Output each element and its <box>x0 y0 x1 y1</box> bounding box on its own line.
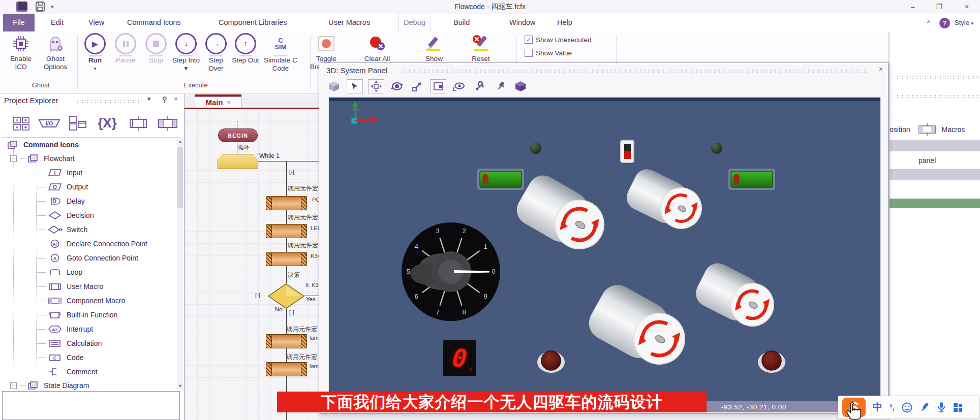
rotary-dial[interactable]: 0 1 2 3 4 5 6 7 8 9 <box>402 222 500 321</box>
table-row[interactable] <box>890 140 980 151</box>
flowchart-component-macro-node[interactable] <box>266 362 307 376</box>
led-sphere[interactable] <box>530 143 541 154</box>
panel-dropdown-icon[interactable]: ▾ <box>147 95 151 103</box>
tree-item-code[interactable]: C Code <box>37 350 83 365</box>
tree-item-delay[interactable]: D Delay <box>37 194 85 208</box>
tree-group-flowchart[interactable]: − Flowchart <box>10 151 75 166</box>
battery-component[interactable] <box>728 169 775 190</box>
tab-main[interactable]: Main × <box>195 96 241 108</box>
panel-drag-handle[interactable] <box>894 75 980 79</box>
ribbon-collapse-icon[interactable]: ^ <box>927 14 930 31</box>
flowchart-begin-node[interactable]: BEGIN <box>218 128 258 142</box>
punctuation-button[interactable]: °, <box>890 403 895 411</box>
close-button[interactable]: × <box>957 1 977 13</box>
tree-item-comment[interactable]: Comment <box>37 365 98 379</box>
help-icon[interactable]: ? <box>939 14 950 31</box>
tree-scrollbar[interactable]: ▲ ▼ <box>177 139 183 390</box>
move-mode-button[interactable] <box>368 79 384 93</box>
user-macro-tool-icon[interactable] <box>127 115 149 132</box>
orbit-rotate-button[interactable] <box>389 80 405 93</box>
collapse-marker[interactable]: [-] <box>289 169 294 175</box>
menu-component-libraries[interactable]: Component Libraries <box>213 14 292 31</box>
material-dropdown-button[interactable]: ▾ <box>512 80 528 93</box>
frame-select-button[interactable] <box>430 79 446 93</box>
table-row-highlight[interactable] <box>890 199 980 208</box>
battery-component[interactable] <box>477 169 524 190</box>
collapse-marker[interactable]: [-] <box>289 309 294 315</box>
collapse-marker[interactable]: [-] <box>255 292 260 298</box>
enable-icd-button[interactable]: Enable ICD <box>4 33 38 71</box>
tree-item-goto-connection-point[interactable]: A Goto Connection Point <box>37 251 138 265</box>
minimize-button[interactable]: – <box>903 1 923 13</box>
tree-item-component-macro[interactable]: Component Macro <box>37 294 125 308</box>
scroll-down-icon[interactable]: ▼ <box>177 383 183 390</box>
tree-item-built-in-function[interactable]: Built-in Function <box>37 308 117 322</box>
led-sphere[interactable] <box>711 143 722 154</box>
simulate-c-code-button[interactable]: C SIM Simulate C Code <box>261 33 300 73</box>
tools-dropdown-button[interactable]: ▾ <box>472 80 487 93</box>
voice-button[interactable] <box>937 402 946 413</box>
select-mode-button[interactable] <box>347 79 363 93</box>
flowchart-while-loop-node[interactable] <box>218 154 258 169</box>
panel-drag-handle[interactable] <box>76 100 143 104</box>
paint-dropdown-button[interactable]: ▾ <box>492 80 507 93</box>
style-dropdown[interactable]: Style ▾ <box>955 14 973 31</box>
scroll-up-icon[interactable]: ▲ <box>177 139 183 145</box>
table-row[interactable]: panel <box>890 153 980 168</box>
tree-item-user-macro[interactable]: User Macro <box>37 279 103 294</box>
system-panel-3d-window[interactable]: 3D: System Panel × <box>319 62 889 413</box>
tree-item-calculation[interactable]: Calculation <box>37 336 102 350</box>
tree-item-interrupt[interactable]: INT Interrupt <box>37 322 93 336</box>
flowchart-component-macro-node[interactable] <box>266 196 307 210</box>
handwriting-button[interactable] <box>920 402 930 412</box>
visibility-button[interactable] <box>451 80 467 93</box>
menu-build[interactable]: Build <box>448 14 475 31</box>
flowchart-component-macro-node[interactable] <box>266 334 307 348</box>
scale-button[interactable] <box>410 80 425 93</box>
scrollbar-thumb[interactable] <box>177 147 183 208</box>
seven-segment-display[interactable]: 0 <box>443 340 476 376</box>
collapse-expander-icon[interactable]: − <box>10 382 17 389</box>
wheel-knob[interactable] <box>758 351 785 373</box>
grid-add-icon[interactable] <box>12 116 30 131</box>
flowchart-decision-node[interactable] <box>268 283 304 309</box>
tree-item-loop[interactable]: Loop <box>37 265 82 279</box>
tree-item-declare-connection-point[interactable]: A: Declare Connection Point <box>37 237 147 251</box>
dc-motor[interactable] <box>623 165 709 236</box>
menu-user-macros[interactable]: User Macros <box>323 14 375 31</box>
component-macro-tool-icon[interactable] <box>157 115 179 132</box>
ghost-options-button[interactable]: Ghost Options <box>39 33 72 71</box>
menu-window[interactable]: Window <box>504 14 541 31</box>
tree-group-state-diagram[interactable]: − State Diagram <box>10 378 89 393</box>
step-into-button[interactable]: ↓ Step Into ▾ <box>171 33 201 73</box>
show-unexecuted-checkbox[interactable]: ✓ Show Unexecuted <box>525 36 592 44</box>
tree-item-output[interactable]: O Output <box>37 180 88 194</box>
io-icon[interactable]: I/O <box>38 116 61 131</box>
dc-motor[interactable] <box>691 259 782 335</box>
toolbox-button[interactable] <box>953 402 963 412</box>
run-button[interactable]: ▶ Run ▾ <box>80 33 110 73</box>
dc-motor[interactable] <box>511 170 614 260</box>
step-over-button[interactable]: → Step Over <box>201 33 231 73</box>
menu-debug[interactable]: Debug <box>398 14 431 32</box>
menu-command-icons[interactable]: Command Icons <box>122 14 186 31</box>
tree-item-switch[interactable]: Switch <box>37 222 87 237</box>
menu-view[interactable]: View <box>83 14 109 31</box>
wheel-knob[interactable] <box>537 351 565 373</box>
panel-drag-handle[interactable] <box>894 94 980 99</box>
show-value-checkbox[interactable]: Show Value <box>525 49 572 57</box>
flowchart-component-macro-node[interactable] <box>266 252 307 266</box>
tab-close-icon[interactable]: × <box>227 99 231 106</box>
tree-root-command-icons[interactable]: Command Icons <box>7 138 79 152</box>
step-out-button[interactable]: ↑ Step Out <box>231 33 260 64</box>
tree-item-decision[interactable]: Decision <box>37 208 94 222</box>
tree-item-input[interactable]: I Input <box>37 166 82 180</box>
panels-icon[interactable] <box>68 115 87 132</box>
menu-edit[interactable]: Edit <box>46 14 69 31</box>
viewport-3d[interactable]: 0 1 2 3 4 5 6 7 8 9 <box>328 97 881 403</box>
flowchart-component-macro-node[interactable] <box>266 224 307 238</box>
menu-file[interactable]: File <box>3 14 35 31</box>
panel-close-icon[interactable]: × <box>174 95 178 103</box>
table-row[interactable] <box>890 169 980 180</box>
variables-icon[interactable]: {X} <box>95 115 120 132</box>
